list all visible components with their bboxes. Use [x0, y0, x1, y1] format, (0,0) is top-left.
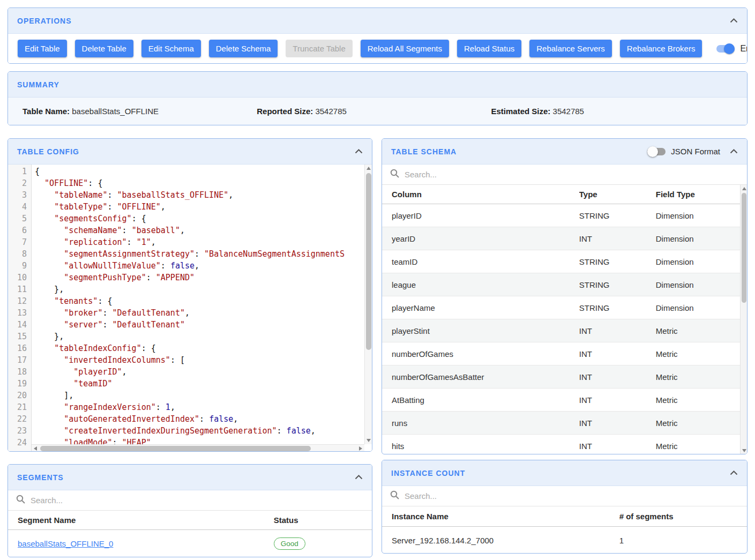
edit-schema-button[interactable]: Edit Schema [141, 40, 201, 57]
code-line: 14 "server": "DefaultTenant" [8, 319, 372, 331]
chevron-up-icon[interactable] [730, 149, 738, 154]
rebalance-servers-button[interactable]: Rebalance Servers [529, 40, 612, 57]
segments-header: SEGMENTS [8, 465, 372, 490]
segments-table-body: baseballStats_OFFLINE_0 Good [8, 530, 372, 557]
summary-field-value: baseballStats_OFFLINE [72, 107, 159, 116]
summary-field-label: Reported Size: [257, 107, 313, 116]
table-schema-title: TABLE SCHEMA [391, 147, 457, 156]
summary-field: Estimated Size: 3542785 [491, 107, 726, 116]
scroll-left-arrow[interactable] [34, 446, 37, 451]
code-line: 7 "replication": "1", [8, 236, 372, 248]
segments-search-row [8, 490, 372, 511]
line-number: 11 [8, 283, 32, 295]
horizontal-scrollbar-thumb[interactable] [40, 446, 311, 451]
truncate-table-button[interactable]: Truncate Table [286, 40, 352, 57]
table-config-header: TABLE CONFIG [8, 139, 372, 165]
edit-table-button[interactable]: Edit Table [18, 40, 67, 57]
chevron-up-icon[interactable] [355, 149, 363, 154]
code-line: 6 "schemaName": "baseball", [8, 225, 372, 236]
code-line: 18 "playerID", [8, 366, 372, 378]
code-text: "createInvertedIndexDuringSegmentGenerat… [32, 425, 316, 437]
table-row: AtBatting INT Metric [382, 389, 747, 412]
schema-table-header: Column Type Field Type [382, 185, 747, 204]
code-text: "invertedIndexColumns": [ [32, 354, 185, 366]
code-line: 8 "segmentAssignmentStrategy": "BalanceN… [8, 248, 372, 260]
scroll-right-arrow[interactable] [359, 446, 362, 451]
json-code-editor[interactable]: 1 { 2 "OFFLINE": { 3 "tableN [8, 165, 372, 452]
table-row: numberOfGamesAsBatter INT Metric [382, 365, 747, 389]
code-text: "tableName": "baseballStats_OFFLINE", [32, 189, 233, 201]
column-name-cell: numberOfGames [382, 349, 579, 359]
code-text: "segmentsConfig": { [32, 213, 146, 225]
line-number: 3 [8, 189, 32, 201]
type-cell: INT [579, 349, 656, 359]
instance-name-cell: Server_192.168.144.2_7000 [382, 536, 619, 545]
column-header: Column [382, 190, 579, 199]
reload-all-segments-button[interactable]: Reload All Segments [361, 40, 449, 57]
field-type-cell: Dimension [656, 257, 747, 266]
search-icon [390, 490, 400, 502]
table-row: numberOfGames INT Metric [382, 342, 747, 365]
code-text: }, [32, 331, 64, 342]
schema-search-input[interactable] [405, 170, 739, 179]
line-number: 4 [8, 201, 32, 213]
reload-status-button[interactable]: Reload Status [457, 40, 521, 57]
code-text: "playerID", [32, 366, 127, 378]
chevron-up-icon[interactable] [730, 18, 738, 23]
summary-title: SUMMARY [17, 80, 59, 89]
code-text: "server": "DefaultTenant" [32, 319, 185, 331]
type-cell: STRING [579, 257, 656, 266]
schema-table-body: playerID STRING Dimension yearID INT Dim… [382, 204, 747, 454]
line-number: 14 [8, 319, 32, 331]
column-header: Field Type [656, 190, 747, 199]
operations-header: OPERATIONS [8, 8, 747, 34]
code-line: 2 "OFFLINE": { [8, 177, 372, 189]
code-line: 22 "autoGeneratedInvertedIndex": false, [8, 413, 372, 425]
schema-vertical-scrollbar [740, 185, 747, 454]
table-row: playerName STRING Dimension [382, 296, 747, 319]
scroll-up-arrow[interactable] [367, 167, 371, 170]
schema-search-row [382, 165, 747, 185]
segments-search-input[interactable] [31, 496, 364, 505]
code-line: 10 "segmentPushType": "APPEND" [8, 272, 372, 283]
delete-table-button[interactable]: Delete Table [75, 40, 133, 57]
segments-panel: SEGMENTS Segment Name Status [8, 464, 372, 557]
summary-header: SUMMARY [8, 72, 747, 98]
instance-count-panel: INSTANCE COUNT Instance Name # of segmen… [382, 460, 747, 554]
segment-count-cell: 1 [619, 536, 747, 545]
vertical-scrollbar-thumb[interactable] [366, 173, 371, 350]
delete-schema-button[interactable]: Delete Schema [209, 40, 278, 57]
type-cell: INT [579, 372, 656, 382]
segment-link[interactable]: baseballStats_OFFLINE_0 [18, 539, 113, 548]
type-cell: STRING [579, 211, 656, 220]
instance-search-row [382, 486, 747, 506]
line-number: 24 [8, 437, 32, 449]
editor-horizontal-scrollbar [32, 444, 364, 452]
vertical-scrollbar-thumb[interactable] [742, 193, 746, 303]
code-line: 20 ], [8, 390, 372, 401]
enable-toggle[interactable] [716, 43, 735, 54]
chevron-up-icon[interactable] [730, 471, 738, 475]
code-line: 1 { [8, 166, 372, 177]
instance-search-input[interactable] [405, 491, 739, 501]
chevron-up-icon[interactable] [355, 475, 363, 480]
type-cell: STRING [579, 303, 656, 312]
code-text: "schemaName": "baseball", [32, 225, 185, 236]
line-number: 21 [8, 401, 32, 413]
scroll-down-arrow[interactable] [367, 439, 371, 442]
summary-field-value: 3542785 [553, 107, 584, 116]
table-schema-header: TABLE SCHEMA JSON Format [382, 139, 747, 165]
code-line: 12 "tenants": { [8, 295, 372, 307]
scroll-down-arrow[interactable] [742, 449, 746, 452]
column-name-cell: hits [382, 442, 579, 451]
toggle-knob [647, 146, 658, 157]
summary-field-label: Estimated Size: [491, 107, 551, 116]
rebalance-brokers-button[interactable]: Rebalance Brokers [620, 40, 702, 57]
scroll-up-arrow[interactable] [742, 187, 746, 190]
table-row: runs INT Metric [382, 412, 747, 435]
column-name-cell: playerName [382, 303, 579, 312]
code-line: 5 "segmentsConfig": { [8, 213, 372, 225]
field-type-cell: Metric [656, 442, 747, 451]
summary-field-value: 3542785 [315, 107, 346, 116]
json-format-toggle[interactable] [647, 146, 666, 157]
